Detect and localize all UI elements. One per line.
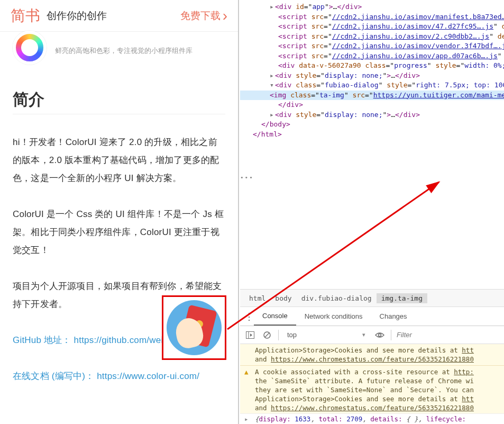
dom-node[interactable]: ▾<div class="fubiao-dialog" style="right… (253, 80, 504, 91)
promo-circle (167, 300, 222, 355)
site-slogan: 创作你的创作 (47, 9, 107, 23)
project-subtitle: 鲜亮的高饱和色彩，专注视觉的小程序组件库 (55, 46, 193, 56)
console-warning[interactable]: Application>Storage>Cookies and see more… (240, 344, 504, 366)
docs-label: 在线文档 (编写中)： (13, 371, 94, 381)
kebab-menu-icon[interactable]: ⋮ (244, 313, 254, 320)
dom-node[interactable]: ▸<div id="app">…</div> (253, 2, 504, 12)
dom-node[interactable]: <script src="//cdn2.jianshu.io/asimov/ma… (253, 12, 504, 22)
dom-node[interactable]: </html> (253, 130, 504, 140)
dom-node[interactable]: <script src="//cdn2.jianshu.io/asimov/ve… (253, 41, 504, 51)
dom-node[interactable]: ▸<div style="display: none;">…</div> (253, 71, 504, 81)
elements-panel[interactable]: ••• ▸<div id="app">…</div> <script src="… (240, 0, 504, 289)
drawer-tabs: ⋮ Console Network conditions Changes (240, 307, 504, 326)
tab-console[interactable]: Console (254, 307, 296, 326)
article-pane: 简书 创作你的创作 免费下载 › 鲜亮的高饱和色彩，专注视觉的小程序组件库 简介… (0, 0, 239, 424)
dom-node[interactable]: ▸<div style="display: none;">…</div> (253, 110, 504, 120)
toolbar-separator (278, 330, 279, 340)
breadcrumb-item[interactable]: html (244, 293, 270, 303)
console-toolbar: top ▾ (240, 326, 504, 344)
intro-heading: 简介 (13, 89, 225, 111)
breadcrumb-item-active[interactable]: img.ta-img (377, 293, 427, 303)
expand-triangle-icon[interactable]: ▸ (244, 415, 249, 423)
site-logo[interactable]: 简书 (11, 6, 40, 26)
svg-point-5 (379, 333, 381, 336)
devtools-pane: ••• ▸<div id="app">…</div> <script src="… (240, 0, 504, 424)
context-select[interactable]: top ▾ (284, 331, 369, 339)
download-link[interactable]: 免费下载 › (180, 7, 227, 24)
dom-node-selected[interactable]: <img class="ta-img" src="https://yun.tui… (240, 91, 504, 101)
selected-line-gutter-icon: ••• (240, 174, 254, 181)
dom-node[interactable]: </body> (253, 120, 504, 130)
chevron-right-icon: › (223, 7, 227, 24)
project-header: 鲜亮的高饱和色彩，专注视觉的小程序组件库 (13, 34, 225, 68)
breadcrumb-item[interactable]: body (270, 293, 296, 303)
dom-node[interactable]: <div data-v-56027a90 class="progress" st… (253, 61, 504, 71)
console-messages[interactable]: Application>Storage>Cookies and see more… (240, 344, 504, 424)
docs-line: 在线文档 (编写中)： https://www.color-ui.com/ (13, 367, 225, 385)
toggle-sidebar-icon[interactable] (244, 329, 256, 341)
settings-eye-icon[interactable] (374, 329, 386, 341)
github-label: GitHub 地址： (13, 335, 71, 345)
divider (13, 114, 225, 114)
svg-line-4 (265, 333, 269, 337)
download-label: 免费下载 (180, 9, 221, 23)
tab-network-conditions[interactable]: Network conditions (296, 307, 371, 326)
dom-node[interactable]: <script src="//cdn2.jianshu.io/asimov/2.… (253, 32, 504, 42)
site-header: 简书 创作你的创作 免费下载 › (0, 0, 238, 32)
breadcrumb-item[interactable]: div.fubiao-dialog (297, 293, 377, 303)
tab-changes[interactable]: Changes (371, 307, 416, 326)
intro-paragraph-1: hi！开发者！ColorUI 迎来了 2.0 的升级，相比之前的版本，2.0 版… (13, 133, 225, 187)
toolbar-separator (391, 330, 391, 340)
dom-node[interactable]: <script src="//cdn2.jianshu.io/asimov/47… (253, 22, 504, 32)
project-avatar (13, 31, 47, 65)
dom-node[interactable]: <script src="//cdn2.jianshu.io/asimov/ap… (253, 51, 504, 61)
clear-console-icon[interactable] (261, 329, 273, 341)
filter-input[interactable] (397, 331, 500, 339)
docs-url-link[interactable]: https://www.color-ui.com/ (97, 371, 199, 381)
caret-updown-icon: ▾ (362, 331, 365, 338)
elements-breadcrumb: html body div.fubiao-dialog img.ta-img (240, 289, 504, 307)
context-select-value: top (287, 331, 297, 339)
console-warning[interactable]: ▲ A cookie associated with a cross-site … (240, 366, 504, 414)
floating-promo-image[interactable] (162, 295, 226, 360)
dom-node[interactable]: </div> (253, 100, 504, 110)
intro-paragraph-2: ColorUI 是一个 Css 类的 UI 组件库！不是一个 Js 框架。相比于… (13, 205, 225, 259)
warning-icon: ▲ (244, 367, 249, 376)
console-object-line[interactable]: ▸ {display: 1633, total: 2709, details: … (240, 413, 504, 424)
